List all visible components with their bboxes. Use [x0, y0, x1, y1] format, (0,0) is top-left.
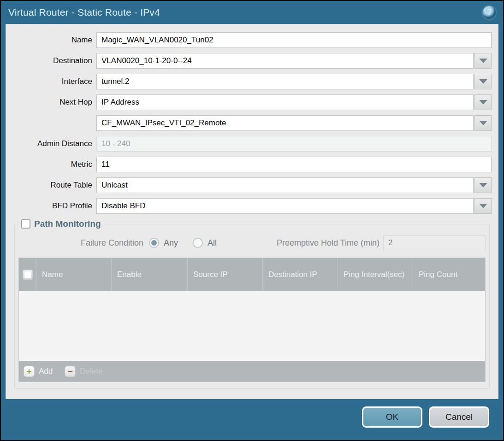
add-button-label: Add: [39, 367, 53, 376]
destination-input[interactable]: [96, 53, 474, 69]
header-cell-ping-interval: Ping Interval(sec): [338, 258, 413, 291]
name-label: Name: [6, 35, 96, 45]
radio-any-label: Any: [164, 238, 178, 248]
admin-distance-input[interactable]: [96, 136, 492, 152]
path-monitoring-title: Path Monitoring: [34, 219, 101, 229]
path-monitoring-table: Name Enable Source IP Destination IP Pin…: [18, 258, 486, 382]
row-next-hop: Next Hop: [6, 94, 492, 110]
ok-button[interactable]: OK: [362, 406, 422, 428]
help-icon[interactable]: [483, 6, 496, 19]
preemptive-hold-time-label: Preemptive Hold Time (min): [277, 238, 383, 248]
radio-any-icon[interactable]: [149, 238, 159, 248]
static-route-dialog: Virtual Router - Static Route - IPv4 Nam…: [0, 0, 504, 441]
failure-condition-radios: Any All: [149, 238, 231, 248]
path-monitoring-section: Path Monitoring Failure Condition Any Al…: [14, 219, 490, 389]
delete-minus-icon: −: [65, 366, 76, 377]
next-hop-address-input[interactable]: [96, 115, 474, 131]
interface-dropdown-button[interactable]: [474, 74, 492, 89]
header-cell-destination-ip: Destination IP: [262, 258, 338, 291]
interface-input[interactable]: [96, 74, 474, 89]
route-table-dropdown-button[interactable]: [474, 177, 492, 193]
dialog-content: Name Destination Interface: [6, 24, 498, 399]
metric-input[interactable]: [96, 157, 492, 172]
bfd-profile-dropdown-button[interactable]: [474, 198, 492, 214]
header-cell-name: Name: [36, 258, 111, 291]
header-cell-select: [19, 258, 36, 291]
route-table-label: Route Table: [6, 181, 96, 190]
row-admin-distance: Admin Distance: [6, 136, 492, 152]
preemptive-hold-time-input[interactable]: [383, 235, 486, 250]
radio-option-all[interactable]: All: [193, 238, 217, 248]
header-cell-ping-count: Ping Count: [413, 258, 485, 291]
radio-option-any[interactable]: Any: [149, 238, 178, 248]
row-metric: Metric: [6, 157, 492, 172]
dialog-title: Virtual Router - Static Route - IPv4: [8, 7, 483, 18]
route-table-input[interactable]: [96, 177, 474, 193]
row-interface: Interface: [6, 74, 492, 89]
add-plus-icon: +: [24, 366, 35, 377]
table-footer-bar: + Add − Delete: [19, 361, 485, 382]
destination-label: Destination: [6, 56, 96, 65]
bfd-profile-label: BFD Profile: [6, 201, 96, 211]
header-cell-enable: Enable: [111, 258, 187, 291]
name-input[interactable]: [96, 32, 492, 48]
row-next-hop-address: [6, 115, 492, 131]
delete-button[interactable]: − Delete: [65, 366, 102, 377]
next-hop-type-input[interactable]: [96, 94, 474, 110]
row-name: Name: [6, 32, 492, 48]
row-route-table: Route Table: [6, 177, 492, 193]
metric-label: Metric: [6, 160, 96, 169]
radio-all-icon[interactable]: [193, 238, 203, 248]
table-header-row: Name Enable Source IP Destination IP Pin…: [19, 258, 485, 291]
add-button[interactable]: + Add: [24, 366, 53, 377]
delete-button-label: Delete: [80, 367, 102, 376]
chevron-down-icon: [479, 100, 487, 105]
table-body-empty: [19, 291, 485, 361]
admin-distance-label: Admin Distance: [6, 139, 96, 148]
interface-label: Interface: [6, 77, 96, 86]
select-all-checkbox[interactable]: [23, 270, 33, 280]
dialog-titlebar: Virtual Router - Static Route - IPv4: [1, 1, 503, 24]
next-hop-label: Next Hop: [6, 98, 96, 107]
cancel-button[interactable]: Cancel: [429, 406, 489, 428]
chevron-down-icon: [479, 79, 487, 84]
path-monitoring-checkbox[interactable]: [21, 219, 30, 229]
destination-dropdown-button[interactable]: [474, 53, 492, 69]
chevron-down-icon: [479, 204, 487, 208]
failure-condition-row: Failure Condition Any All Preemptive Hol…: [18, 235, 486, 251]
chevron-down-icon: [479, 183, 487, 188]
radio-all-label: All: [208, 238, 217, 248]
bfd-profile-input[interactable]: [96, 198, 474, 214]
header-cell-source-ip: Source IP: [187, 258, 262, 291]
next-hop-type-dropdown-button[interactable]: [474, 94, 492, 110]
path-monitoring-legend: Path Monitoring: [18, 219, 104, 229]
failure-condition-label: Failure Condition: [18, 238, 149, 248]
chevron-down-icon: [479, 59, 487, 63]
chevron-down-icon: [479, 121, 487, 125]
row-destination: Destination: [6, 53, 492, 69]
next-hop-address-dropdown-button[interactable]: [474, 115, 492, 131]
row-bfd-profile: BFD Profile: [6, 198, 492, 214]
dialog-footer: OK Cancel: [1, 399, 503, 440]
